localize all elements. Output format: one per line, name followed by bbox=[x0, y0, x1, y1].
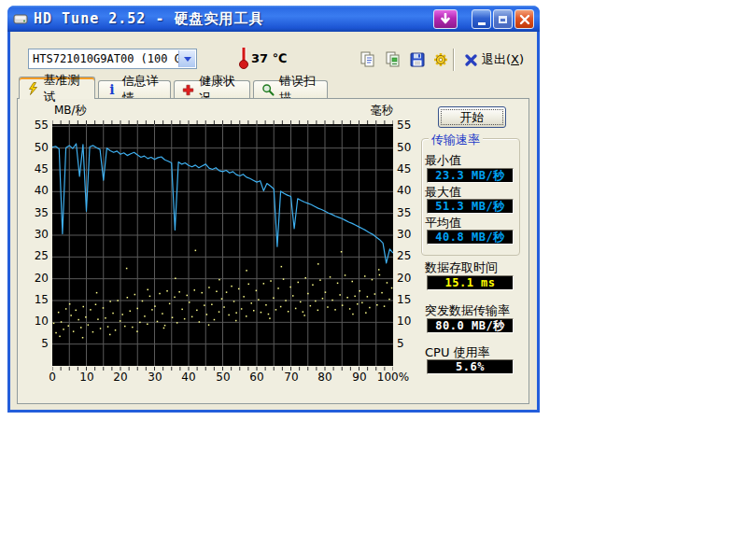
y-tick-right: 20 bbox=[397, 272, 411, 286]
health-cross-icon bbox=[182, 83, 194, 96]
y-tick-left: 55 bbox=[21, 119, 49, 133]
y-tick-left: 10 bbox=[21, 315, 49, 329]
copy-image-button[interactable] bbox=[382, 49, 404, 71]
y-tick-left: 20 bbox=[21, 272, 49, 286]
right-axis-title: 毫秒 bbox=[371, 103, 393, 119]
app-drive-icon bbox=[13, 11, 28, 26]
copy-text-button[interactable] bbox=[357, 49, 379, 71]
options-gear-icon bbox=[431, 50, 450, 69]
burst-rate-label: 突发数据传输率 bbox=[425, 302, 510, 319]
x-tick: 20 bbox=[113, 371, 127, 384]
y-tick-left: 30 bbox=[21, 228, 49, 242]
y-tick-left: 25 bbox=[21, 249, 49, 263]
tab-health[interactable]: 健康状况 bbox=[174, 80, 250, 98]
left-axis-title: MB/秒 bbox=[54, 103, 87, 119]
window-title: HD Tune 2.52 - 硬盘实用工具 bbox=[34, 10, 263, 28]
tab-benchmark[interactable]: 基准测试 bbox=[19, 77, 95, 99]
access-time-value-box: 15.1 ms bbox=[427, 275, 514, 290]
minimize-button[interactable] bbox=[472, 9, 491, 29]
y-tick-right: 55 bbox=[397, 119, 411, 133]
y-tick-left: 15 bbox=[21, 293, 49, 307]
dropdown-button[interactable] bbox=[178, 50, 195, 67]
y-tick-left: 40 bbox=[21, 184, 49, 198]
temperature-value: 37 ℃ bbox=[251, 51, 287, 65]
save-icon bbox=[408, 50, 427, 69]
avg-value-box: 40.8 MB/秒 bbox=[427, 230, 514, 245]
x-tick: 50 bbox=[216, 371, 230, 384]
maximize-icon bbox=[499, 16, 507, 23]
exit-label: 退出(X) bbox=[482, 51, 524, 68]
min-value-box: 23.3 MB/秒 bbox=[427, 168, 514, 183]
y-tick-left: 35 bbox=[21, 206, 49, 220]
close-button[interactable] bbox=[514, 9, 534, 29]
x-tick: 90 bbox=[352, 371, 366, 384]
y-tick-right: 30 bbox=[397, 228, 411, 242]
download-arrow-button[interactable] bbox=[433, 9, 458, 29]
magnifier-icon bbox=[261, 83, 275, 96]
y-tick-left: 50 bbox=[21, 141, 49, 155]
x-tick: 80 bbox=[317, 371, 331, 384]
access-time-label: 数据存取时间 bbox=[425, 259, 498, 276]
down-arrow-icon bbox=[440, 13, 451, 26]
y-tick-right: 50 bbox=[397, 141, 411, 155]
titlebar: HD Tune 2.52 - 硬盘实用工具 bbox=[7, 6, 540, 32]
x-tick: 0 bbox=[49, 371, 56, 384]
benchmark-tab-page: MB/秒 毫秒 555045403530252015105 5550454035… bbox=[17, 98, 529, 404]
max-value-box: 51.3 MB/秒 bbox=[427, 199, 514, 214]
y-tick-right: 10 bbox=[397, 315, 411, 329]
desktop: HD Tune 2.52 - 硬盘实用工具 H bbox=[0, 0, 747, 560]
drive-select-value: HTS721010G9AT00 (100 GB) bbox=[33, 52, 194, 65]
tab-info[interactable]: i 信息详情 bbox=[98, 80, 171, 98]
x-tick: 40 bbox=[181, 371, 195, 384]
cpu-usage-value-box: 5.6% bbox=[427, 359, 514, 374]
exit-x-icon bbox=[464, 53, 478, 67]
x-tick: 70 bbox=[284, 371, 298, 384]
save-button[interactable] bbox=[406, 49, 429, 71]
y-tick-left: 5 bbox=[21, 337, 49, 351]
y-tick-right: 45 bbox=[397, 162, 411, 176]
maximize-button[interactable] bbox=[493, 9, 513, 29]
lightning-bolt-icon bbox=[27, 82, 39, 95]
benchmark-chart bbox=[52, 119, 393, 371]
burst-rate-value-box: 80.0 MB/秒 bbox=[427, 318, 514, 333]
y-tick-right: 25 bbox=[397, 249, 411, 263]
minimize-icon bbox=[478, 22, 486, 25]
x-tick: 10 bbox=[79, 371, 93, 384]
x-tick: 30 bbox=[148, 371, 162, 384]
transfer-rate-group-title: 传输速率 bbox=[429, 132, 483, 148]
copy-image-icon bbox=[384, 50, 402, 69]
chevron-down-icon bbox=[184, 57, 191, 62]
options-button[interactable] bbox=[430, 49, 452, 71]
x-tick: 100% bbox=[377, 371, 409, 384]
y-tick-right: 5 bbox=[397, 337, 404, 351]
client-area: HTS721010G9AT00 (100 GB) 37 ℃ bbox=[10, 32, 537, 410]
y-tick-left: 45 bbox=[21, 162, 49, 176]
close-icon bbox=[519, 14, 530, 25]
y-tick-right: 35 bbox=[397, 206, 411, 220]
info-icon: i bbox=[106, 83, 118, 96]
y-tick-right: 40 bbox=[397, 184, 411, 198]
exit-button[interactable]: 退出(X) bbox=[464, 49, 524, 71]
hdtune-window: HD Tune 2.52 - 硬盘实用工具 H bbox=[7, 6, 540, 413]
drive-select-dropdown[interactable]: HTS721010G9AT00 (100 GB) bbox=[28, 49, 197, 69]
tab-error-scan[interactable]: 错误扫描 bbox=[253, 80, 328, 98]
tab-benchmark-label: 基准测试 bbox=[44, 72, 87, 105]
y-tick-right: 15 bbox=[397, 293, 411, 307]
min-label: 最小值 bbox=[425, 152, 461, 169]
start-button[interactable]: 开始 bbox=[438, 106, 506, 128]
x-tick: 60 bbox=[249, 371, 263, 384]
copy-icon bbox=[359, 50, 377, 69]
toolbar-separator bbox=[453, 49, 454, 71]
